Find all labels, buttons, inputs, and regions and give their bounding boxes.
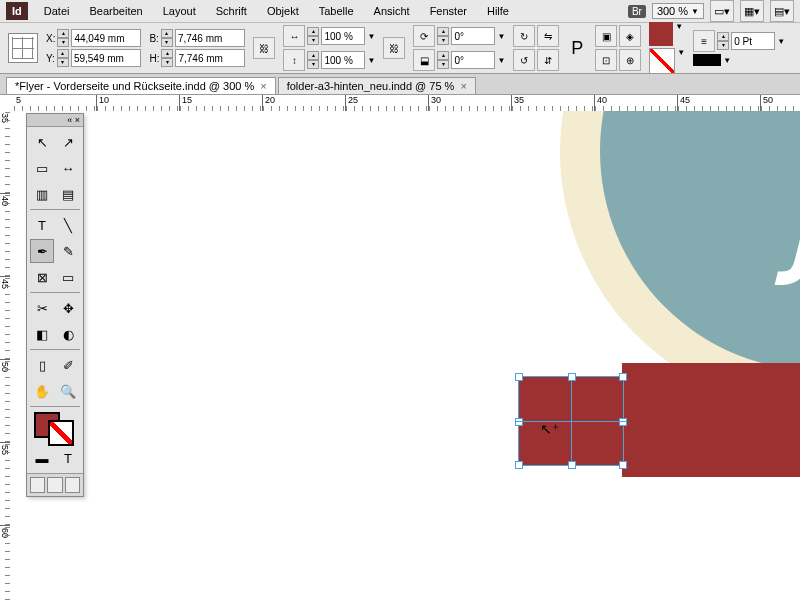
- stepper[interactable]: ▴▾: [57, 49, 69, 67]
- stepper[interactable]: ▴▾: [161, 49, 173, 67]
- canvas-ornament-icon: ʃ: [786, 141, 800, 287]
- type-tool[interactable]: T: [30, 213, 54, 237]
- rectangle-frame-tool[interactable]: ⊠: [30, 265, 54, 289]
- selection-tool[interactable]: ↖: [30, 130, 54, 154]
- free-transform-tool[interactable]: ✥: [56, 296, 80, 320]
- menu-hilfe[interactable]: Hilfe: [477, 5, 519, 17]
- shear-input[interactable]: 0°: [451, 51, 495, 69]
- menu-fenster[interactable]: Fenster: [420, 5, 477, 17]
- document-area: 51015202530354045505560 3540455055606570…: [0, 95, 800, 600]
- view-mode-switcher[interactable]: [27, 473, 83, 496]
- menu-objekt[interactable]: Objekt: [257, 5, 309, 17]
- stroke-icon: ≡: [693, 30, 715, 52]
- canvas-shape-circle: [600, 111, 800, 371]
- close-icon[interactable]: ×: [460, 80, 466, 92]
- cursor-icon: ↖⁺: [540, 421, 559, 437]
- stepper[interactable]: ▴▾: [437, 51, 449, 69]
- scaley-input[interactable]: 100 %: [321, 51, 365, 69]
- x-input[interactable]: 44,049 mm: [71, 29, 141, 47]
- menu-bearbeiten[interactable]: Bearbeiten: [79, 5, 152, 17]
- scissors-tool[interactable]: ✂: [30, 296, 54, 320]
- gradient-swatch-tool[interactable]: ◧: [30, 322, 54, 346]
- tools-panel: « × ↖ ↗ ▭ ↔ ▥ ▤ T ╲ ✒ ✎ ⊠ ▭ ✂ ✥ ◧ ◐ ▯ ✐ …: [26, 113, 84, 497]
- canvas[interactable]: ʃ ↖⁺: [14, 111, 800, 600]
- document-tabs: *Flyer - Vorderseite und Rückseite.indd …: [0, 74, 800, 95]
- menu-schrift[interactable]: Schrift: [206, 5, 257, 17]
- note-tool[interactable]: ▯: [30, 353, 54, 377]
- chevron-down-icon: ▼: [691, 7, 699, 16]
- stepper[interactable]: ▴▾: [161, 29, 173, 47]
- eyedropper-tool[interactable]: ✐: [56, 353, 80, 377]
- fill-swatch[interactable]: [649, 22, 673, 46]
- select-content-icon[interactable]: ◈: [619, 25, 641, 47]
- stepper[interactable]: ▴▾: [307, 27, 319, 45]
- screen-mode-icon[interactable]: ▭▾: [710, 0, 734, 22]
- menu-layout[interactable]: Layout: [153, 5, 206, 17]
- fit-icon[interactable]: ⊡: [595, 49, 617, 71]
- app-logo: Id: [6, 2, 28, 20]
- content-placer-tool[interactable]: ▤: [56, 182, 80, 206]
- direct-selection-tool[interactable]: ↗: [56, 130, 80, 154]
- menu-tabelle[interactable]: Tabelle: [309, 5, 364, 17]
- size-group: B:▴▾7,746 mm H:▴▾7,746 mm: [149, 29, 245, 67]
- line-tool[interactable]: ╲: [56, 213, 80, 237]
- rectangle-tool[interactable]: ▭: [56, 265, 80, 289]
- flip-h-icon[interactable]: ⇋: [537, 25, 559, 47]
- close-icon[interactable]: ×: [260, 80, 266, 92]
- gap-tool[interactable]: ↔: [56, 156, 80, 180]
- gradient-feather-tool[interactable]: ◐: [56, 322, 80, 346]
- tab-folder[interactable]: folder-a3-hinten_neu.indd @ 75 %×: [278, 77, 476, 94]
- paragraph-icon[interactable]: P: [567, 38, 587, 59]
- apply-color-icon[interactable]: ▬: [30, 446, 54, 470]
- scalex-input[interactable]: 100 %: [321, 27, 365, 45]
- hand-tool[interactable]: ✋: [30, 379, 54, 403]
- workspace-icon[interactable]: ▤▾: [770, 0, 794, 22]
- fill-stroke-swatch[interactable]: [30, 410, 80, 444]
- canvas-rect[interactable]: [622, 363, 800, 477]
- stroke-weight[interactable]: 0 Pt: [731, 32, 775, 50]
- pen-tool[interactable]: ✒: [30, 239, 54, 263]
- position-group: X:▴▾44,049 mm Y:▴▾59,549 mm: [46, 29, 141, 67]
- reference-point[interactable]: [8, 33, 38, 63]
- h-input[interactable]: 7,746 mm: [175, 49, 245, 67]
- zoom-tool[interactable]: 🔍: [56, 379, 80, 403]
- page-tool[interactable]: ▭: [30, 156, 54, 180]
- w-input[interactable]: 7,746 mm: [175, 29, 245, 47]
- content-collector-tool[interactable]: ▥: [30, 182, 54, 206]
- constrain-icon[interactable]: ⛓: [253, 37, 275, 59]
- stroke-style[interactable]: [693, 54, 721, 66]
- apply-text-icon[interactable]: T: [56, 446, 80, 470]
- stepper[interactable]: ▴▾: [717, 32, 729, 50]
- tab-flyer[interactable]: *Flyer - Vorderseite und Rückseite.indd …: [6, 77, 276, 94]
- y-input[interactable]: 59,549 mm: [71, 49, 141, 67]
- scalex-icon: ↔: [283, 25, 305, 47]
- rotate-90-icon[interactable]: ↺: [513, 49, 535, 71]
- rotate-input[interactable]: 0°: [451, 27, 495, 45]
- stepper[interactable]: ▴▾: [307, 51, 319, 69]
- constrain-scale-icon[interactable]: ⛓: [383, 37, 405, 59]
- arrange-icon[interactable]: ▦▾: [740, 0, 764, 22]
- menu-datei[interactable]: Datei: [34, 5, 80, 17]
- horizontal-ruler[interactable]: 51015202530354045505560: [14, 95, 800, 112]
- center-icon[interactable]: ⊕: [619, 49, 641, 71]
- rotate90-icon[interactable]: ↻: [513, 25, 535, 47]
- zoom-level[interactable]: 300 %▼: [652, 3, 704, 19]
- shear-icon: ⬓: [413, 49, 435, 71]
- scaley-icon: ↕: [283, 49, 305, 71]
- select-container-icon[interactable]: ▣: [595, 25, 617, 47]
- rotate-icon: ⟳: [413, 25, 435, 47]
- menu-ansicht[interactable]: Ansicht: [364, 5, 420, 17]
- control-panel: X:▴▾44,049 mm Y:▴▾59,549 mm B:▴▾7,746 mm…: [0, 23, 800, 74]
- stepper[interactable]: ▴▾: [57, 29, 69, 47]
- menu-bar: Id Datei Bearbeiten Layout Schrift Objek…: [0, 0, 800, 23]
- stroke-swatch[interactable]: [649, 48, 675, 74]
- flip-v-icon[interactable]: ⇵: [537, 49, 559, 71]
- bridge-button[interactable]: Br: [628, 5, 646, 18]
- panel-collapse-icon[interactable]: « ×: [27, 114, 83, 127]
- vertical-ruler[interactable]: 3540455055606570: [0, 111, 15, 600]
- pencil-tool[interactable]: ✎: [56, 239, 80, 263]
- selected-rect[interactable]: [518, 376, 624, 466]
- stepper[interactable]: ▴▾: [437, 27, 449, 45]
